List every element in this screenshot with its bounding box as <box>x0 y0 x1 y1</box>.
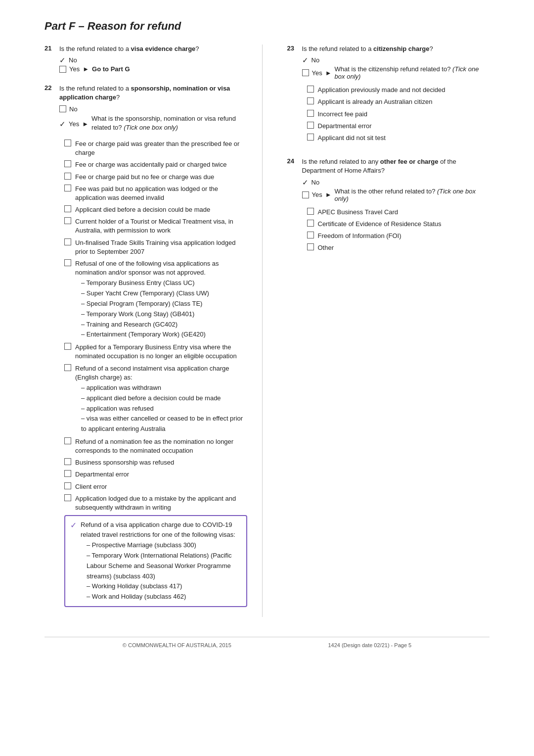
q22-opt2-text: Fee or charge was accidentally paid or c… <box>75 160 247 169</box>
question-21: 21 Is the refund related to a visa evide… <box>44 45 247 74</box>
q24-opt4-checkbox[interactable] <box>307 243 314 250</box>
q22-opt12-checkbox[interactable] <box>64 458 71 465</box>
q22-opt6-checkbox[interactable] <box>64 217 71 224</box>
question-24: 24 Is the refund related to any other fe… <box>287 157 490 252</box>
q24-opt3-checkbox[interactable] <box>307 232 314 238</box>
q23-yes-checkbox[interactable] <box>302 69 309 76</box>
left-column: 21 Is the refund related to a visa evide… <box>44 45 263 617</box>
q23-no-tick: ✓ <box>302 56 309 64</box>
q22-opt11-checkbox[interactable] <box>64 437 71 444</box>
q23-yn: ✓ No Yes ► What is the citizenship refun… <box>302 56 490 82</box>
q23-opt2-checkbox[interactable] <box>307 97 314 104</box>
q22-opt1-text: Fee or charge paid was greater than the … <box>75 140 247 157</box>
q22-option-8: Refusal of one of the following visa app… <box>64 259 247 340</box>
q22-opt15-checkbox[interactable] <box>64 494 71 501</box>
q24-no-label: No <box>312 179 320 186</box>
q23-option-5: Applicant did not sit test <box>307 134 490 142</box>
q22-opt10-checkbox[interactable] <box>64 364 71 371</box>
q22-option-14: Client error <box>64 482 247 491</box>
q24-yes-checkbox[interactable] <box>302 191 309 198</box>
q24-row: 24 Is the refund related to any other fe… <box>287 157 490 175</box>
q22-no-checkbox[interactable] <box>59 105 66 112</box>
q22-opt8-text: Refusal of one of the following visa app… <box>75 259 247 340</box>
q22-opt16-tick: ✓ <box>70 520 77 530</box>
q22-option-6: Current holder of a Tourist or Medical T… <box>64 217 247 235</box>
q22-opt8-sublist: – Temporary Business Entry (Class UC) – … <box>81 278 247 340</box>
q23-yes-item: Yes ► What is the citizenship refund rel… <box>302 65 490 80</box>
two-column-layout: 21 Is the refund related to a visa evide… <box>44 45 490 617</box>
q24-yes-label: Yes <box>312 191 322 198</box>
q23-opt4-checkbox[interactable] <box>307 122 314 129</box>
q22-opt4-checkbox[interactable] <box>64 185 71 191</box>
q24-opt3-text: Freedom of Information (FOI) <box>318 232 490 240</box>
q23-no-label: No <box>312 56 320 64</box>
q23-opt5-checkbox[interactable] <box>307 134 314 141</box>
q22-no-label: No <box>69 105 78 113</box>
q22-option-1: Fee or charge paid was greater than the … <box>64 140 247 157</box>
q21-number: 21 <box>44 45 55 52</box>
q22-opt5-text: Applicant died before a decision could b… <box>75 205 247 214</box>
q22-opt7-text: Un-finalised Trade Skills Training visa … <box>75 238 247 256</box>
q24-yn: ✓ No Yes ► What is the other refund rela… <box>302 179 490 204</box>
q24-sub-label: What is the other refund related to? (Ti… <box>335 188 490 202</box>
q22-opt6-text: Current holder of a Tourist or Medical T… <box>75 217 247 235</box>
q23-row: 23 Is the refund related to a citizenshi… <box>287 45 490 53</box>
q22-opt9-checkbox[interactable] <box>64 343 71 350</box>
q23-opt4-text: Departmental error <box>318 122 490 131</box>
q22-opt10-sublist: – application was withdrawn – applicant … <box>81 383 247 434</box>
q21-row: 21 Is the refund related to a visa evide… <box>44 45 247 53</box>
q22-option-16-highlighted: ✓ Refund of a visa application charge du… <box>64 515 247 607</box>
q23-sub-label: What is the citizenship refund related t… <box>335 65 490 80</box>
q24-option-2: Certificate of Evidence of Residence Sta… <box>307 220 490 229</box>
q21-arrow-icon: ► <box>83 65 89 73</box>
q22-no-item: No <box>59 105 247 113</box>
q21-yn: ✓ No Yes ► Go to Part G <box>59 56 247 74</box>
q22-opt3-checkbox[interactable] <box>64 173 71 180</box>
q23-option-1: Application previously made and not deci… <box>307 86 490 94</box>
q22-opt9-text: Applied for a Temporary Business Entry v… <box>75 343 247 361</box>
q22-opt10-text: Refund of a second instalment visa appli… <box>75 364 247 434</box>
q23-opt1-checkbox[interactable] <box>307 86 314 93</box>
q23-number: 23 <box>287 45 298 52</box>
q23-opt5-text: Applicant did not sit test <box>318 134 490 142</box>
q22-option-12: Business sponsorship was refused <box>64 458 247 467</box>
q23-option-3: Incorrect fee paid <box>307 110 490 119</box>
q22-yn: No ✓ Yes ► What is the sponsorship, nomi… <box>59 105 247 136</box>
q22-opt13-text: Departmental error <box>75 470 247 479</box>
q22-yes-label: Yes <box>69 120 79 128</box>
q22-opt1-checkbox[interactable] <box>64 140 71 146</box>
q23-option-2: Applicant is already an Australian citiz… <box>307 97 490 106</box>
q21-no-tick: ✓ <box>59 56 66 64</box>
q22-opt7-checkbox[interactable] <box>64 238 71 245</box>
q22-opt16-sublist: – Prospective Marriage (subclass 300) – … <box>87 540 241 602</box>
q24-opt1-text: APEC Business Travel Card <box>318 208 490 217</box>
q22-arrow-icon: ► <box>82 120 89 128</box>
q22-options: Fee or charge paid was greater than the … <box>59 140 247 607</box>
q22-opt14-checkbox[interactable] <box>64 482 71 489</box>
q22-option-7: Un-finalised Trade Skills Training visa … <box>64 238 247 256</box>
q24-opt4-text: Other <box>318 243 490 252</box>
q22-opt16-text: Refund of a visa application charge due … <box>81 520 241 602</box>
q23-options: Application previously made and not deci… <box>302 86 490 142</box>
q23-opt2-text: Applicant is already an Australian citiz… <box>318 97 490 106</box>
q21-yes-label: Yes <box>69 65 80 73</box>
q22-opt13-checkbox[interactable] <box>64 470 71 477</box>
footer-right: 1424 (Design date 02/21) - Page 5 <box>328 642 411 648</box>
q22-option-9: Applied for a Temporary Business Entry v… <box>64 343 247 361</box>
question-23: 23 Is the refund related to a citizenshi… <box>287 45 490 142</box>
q23-opt3-checkbox[interactable] <box>307 110 314 117</box>
q24-no-tick: ✓ <box>302 179 309 186</box>
q22-option-2: Fee or charge was accidentally paid or c… <box>64 160 247 169</box>
q24-arrow-icon: ► <box>325 191 332 198</box>
q22-opt4-text: Fee was paid but no application was lodg… <box>75 185 247 202</box>
q24-option-3: Freedom of Information (FOI) <box>307 232 490 240</box>
q21-yes-checkbox[interactable] <box>59 66 66 73</box>
page-container: Part F – Reason for refund 21 Is the ref… <box>35 0 499 678</box>
q22-opt16-row: ✓ Refund of a visa application charge du… <box>70 520 241 602</box>
q22-opt8-checkbox[interactable] <box>64 259 71 266</box>
q24-opt2-checkbox[interactable] <box>307 220 314 227</box>
q22-opt5-checkbox[interactable] <box>64 205 71 212</box>
right-column: 23 Is the refund related to a citizenshi… <box>282 45 490 617</box>
q22-opt2-checkbox[interactable] <box>64 160 71 167</box>
q24-opt1-checkbox[interactable] <box>307 208 314 215</box>
